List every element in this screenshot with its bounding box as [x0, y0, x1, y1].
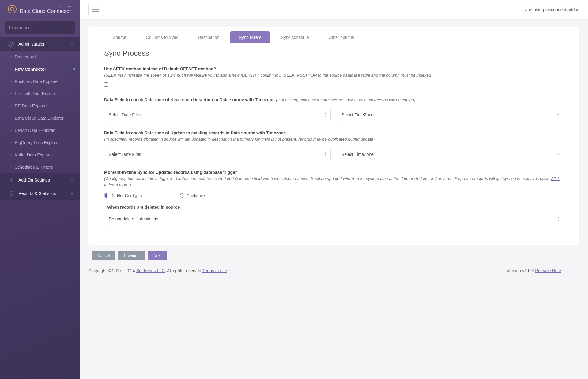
- sidebar-item-postgres-explorer[interactable]: Postgres Data Explorer: [0, 75, 80, 88]
- moment-note-prefix: (Configuring this will install a trigger…: [104, 176, 551, 181]
- moment-note: (Configuring this will install a trigger…: [104, 176, 564, 188]
- new-record-timezone-select[interactable]: Select TimeZone: [337, 109, 564, 121]
- seek-checkbox[interactable]: [104, 82, 108, 87]
- sidebar-item-schedules-timers[interactable]: Schedules & Timers: [0, 161, 80, 173]
- footer-company-link[interactable]: Softtrends LLC: [136, 268, 165, 273]
- radio-label: Configure: [186, 193, 205, 198]
- wizard-tabs: Source Columns to Sync Destination Sync …: [88, 27, 579, 43]
- select-value: Do not delete in destination: [109, 216, 161, 221]
- select-caret-icon: [558, 216, 559, 221]
- moment-learn-more-link[interactable]: Click: [551, 176, 560, 181]
- select-caret-icon: [325, 112, 326, 118]
- sidebar-item-de-explorer[interactable]: DE Data Explorer: [0, 100, 80, 112]
- cancel-button[interactable]: Cancel: [92, 251, 115, 260]
- sidebar-section-addon-settings[interactable]: Add-On Settings: [0, 173, 80, 187]
- sidebar-item-kafka-explorer[interactable]: Kafka Data Explorer: [0, 149, 80, 161]
- update-record-timezone-select[interactable]: Select TimeZone: [337, 148, 564, 160]
- seek-method-block: Use SEEK method instead of Default OFFSE…: [104, 66, 564, 88]
- radio-label: Do Not Configure: [110, 193, 143, 198]
- update-record-block: Data Field to check Date-time of Update …: [104, 129, 564, 160]
- sidebar-item-datacloud-explorer[interactable]: Data Cloud Data Explorer: [0, 112, 80, 124]
- new-record-note: (If specified, only new records will be …: [276, 98, 415, 102]
- footer-copyright-prefix: Copyright © 2017 - 2024: [88, 268, 136, 273]
- tab-sync-schedule[interactable]: Sync schedule: [272, 31, 317, 43]
- select-value: Select TimeZone: [341, 152, 374, 157]
- seek-note: (SEEK may increase the speed of sync but…: [104, 72, 564, 78]
- document-icon: [9, 191, 14, 196]
- app-name-label: app-using-mcconnect-addon: [525, 7, 579, 12]
- new-record-date-filter-select[interactable]: Select Date Filter: [104, 109, 331, 121]
- update-record-label: Data Field to check Date-time of Update …: [104, 129, 564, 136]
- tab-other-options[interactable]: Other options: [320, 31, 363, 43]
- moment-in-time-block: Moment-in-time Sync for Updated records …: [104, 169, 564, 225]
- tab-columns-to-sync[interactable]: Columns to Sync: [137, 31, 187, 43]
- footer-copyright-suffix: . All rights reserved.: [165, 268, 202, 273]
- new-record-block: Data Field to check Date-time of New rec…: [104, 96, 564, 121]
- radio-do-not-configure[interactable]: Do Not Configure: [104, 193, 143, 198]
- sidebar-nav: Administration Dashboard New Connector P…: [0, 37, 80, 200]
- footer-version: Version v1.6.6: [507, 268, 535, 273]
- tab-sync-filters[interactable]: Sync Filters: [230, 31, 270, 43]
- sidebar-section-administration[interactable]: Administration: [0, 37, 80, 51]
- sidebar-item-label: Redshift Data Explorer: [15, 91, 58, 96]
- chevron-up-icon: [70, 42, 74, 47]
- svg-rect-4: [10, 192, 13, 195]
- filter-menu-input[interactable]: [5, 21, 75, 34]
- topbar: app-using-mcconnect-addon: [80, 0, 588, 20]
- sidebar-item-label: Dashboard: [15, 54, 36, 59]
- page-title: Sync Process: [104, 49, 564, 58]
- info-icon: [9, 41, 14, 47]
- footer-terms-link[interactable]: Terms of use: [202, 268, 227, 273]
- sidebar-item-bigquery-explorer[interactable]: BigQuery Data Explorer: [0, 137, 80, 149]
- wizard-actions: Cancel Previous Next: [88, 245, 579, 263]
- delete-label: When records are deleted in source: [107, 205, 564, 210]
- sidebar-section-label: Administration: [18, 42, 46, 47]
- sidebar-item-crma-explorer[interactable]: CRMA Data Explorer: [0, 124, 80, 137]
- previous-button[interactable]: Previous: [118, 251, 145, 260]
- update-record-note: (In specified, records updated in source…: [104, 136, 564, 142]
- tab-destination[interactable]: Destination: [189, 31, 228, 43]
- new-record-label: Data Field to check Date-time of New rec…: [104, 97, 275, 102]
- tab-source[interactable]: Source: [104, 31, 135, 43]
- next-button[interactable]: Next: [148, 251, 167, 260]
- sidebar: Heroku Data Cloud Connector Administrati…: [0, 0, 80, 379]
- sidebar-item-label: Schedules & Timers: [15, 165, 53, 170]
- select-caret-icon: [325, 152, 326, 157]
- radio-configure-input[interactable]: [180, 193, 184, 198]
- seek-label: Use SEEK method instead of Default OFFSE…: [104, 66, 564, 72]
- svg-point-3: [11, 179, 12, 181]
- update-record-date-filter-select[interactable]: Select Date Filter: [104, 148, 331, 160]
- select-caret-icon: [557, 113, 559, 117]
- sidebar-item-label: Postgres Data Explorer: [15, 79, 59, 84]
- gear-icon: [9, 177, 14, 183]
- delete-behavior-select[interactable]: Do not delete in destination: [104, 213, 564, 225]
- hamburger-menu-button[interactable]: [88, 4, 103, 16]
- brand: Heroku Data Cloud Connector: [0, 0, 80, 19]
- svg-point-2: [11, 43, 11, 43]
- footer-release-note-link[interactable]: Release Note: [535, 268, 561, 273]
- moment-note-suffix: to learn more.): [104, 182, 131, 187]
- sidebar-item-new-connector[interactable]: New Connector: [0, 63, 80, 75]
- wizard-card: Source Columns to Sync Destination Sync …: [88, 27, 579, 245]
- sidebar-item-label: DE Data Explorer: [15, 103, 48, 108]
- brand-title: Data Cloud Connector: [20, 8, 71, 14]
- brand-subtitle: Heroku: [20, 4, 71, 8]
- select-value: Select Date Filter: [109, 152, 141, 157]
- select-value: Select TimeZone: [341, 112, 374, 117]
- footer: Copyright © 2017 - 2024 Softtrends LLC. …: [88, 263, 579, 273]
- sidebar-item-dashboard[interactable]: Dashboard: [0, 51, 80, 63]
- active-dot-icon: [74, 68, 75, 70]
- radio-do-not-configure-input[interactable]: [104, 193, 108, 198]
- sidebar-item-redshift-explorer[interactable]: Redshift Data Explorer: [0, 88, 80, 100]
- sidebar-section-reports-statistics[interactable]: Reports & Statistics: [0, 187, 80, 200]
- brand-logo-icon: [8, 5, 17, 13]
- select-caret-icon: [557, 152, 559, 156]
- chevron-down-icon: [70, 178, 74, 182]
- sidebar-item-label: Data Cloud Data Explorer: [15, 116, 64, 121]
- sidebar-item-label: Kafka Data Explorer: [15, 152, 53, 157]
- select-value: Select Date Filter: [109, 112, 141, 117]
- chevron-down-icon: [70, 191, 74, 196]
- sidebar-section-label: Add-On Settings: [18, 178, 50, 182]
- main: app-using-mcconnect-addon Source Columns…: [80, 0, 588, 379]
- radio-configure[interactable]: Configure: [180, 193, 205, 198]
